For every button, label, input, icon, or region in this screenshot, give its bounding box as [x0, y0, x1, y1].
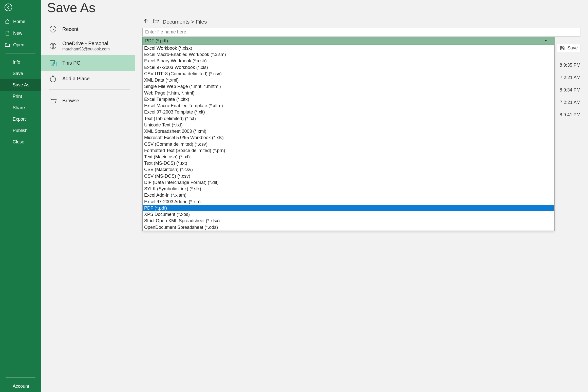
file-date: 8 9:41 PM: [560, 112, 580, 118]
location-add-place-label: Add a Place: [62, 76, 90, 82]
filetype-option[interactable]: Excel Macro-Enabled Template (*.xltm): [143, 103, 554, 109]
nav-open-label: Open: [13, 42, 24, 48]
svg-rect-2: [50, 61, 55, 64]
filetype-option[interactable]: Excel Workbook (*.xlsx): [143, 45, 554, 51]
file-date: 7 2:21 AM: [560, 100, 580, 105]
filetype-option[interactable]: Excel Template (*.xltx): [143, 96, 554, 103]
filetype-option[interactable]: XML Data (*.xml): [143, 77, 554, 83]
clock-icon: [49, 25, 57, 33]
location-recent-label: Recent: [62, 26, 78, 32]
location-onedrive-sub: marcham93@outlook.com: [62, 47, 110, 51]
filetype-option[interactable]: Microsoft Excel 5.0/95 Workbook (*.xls): [143, 135, 554, 141]
location-add-place[interactable]: Add a Place: [46, 71, 135, 86]
filetype-dropdown[interactable]: Excel Workbook (*.xlsx)Excel Macro-Enabl…: [142, 45, 555, 231]
filetype-option[interactable]: Excel 97-2003 Workbook (*.xls): [143, 64, 554, 71]
nav-info[interactable]: Info: [0, 57, 41, 68]
folder-open-icon: [49, 96, 57, 105]
nav-save-label: Save: [13, 71, 23, 76]
filetype-option[interactable]: CSV (MS-DOS) (*.csv): [143, 173, 554, 179]
this-pc-icon: [49, 59, 57, 67]
add-place-icon: [49, 74, 57, 83]
filetype-select-value[interactable]: PDF (*.pdf): [142, 37, 555, 45]
backstage-sidebar: Home New Open Info Save Save As Print Sh…: [0, 0, 41, 392]
location-panel: Save As Recent OneDrive - Personal march…: [41, 0, 135, 392]
nav-home[interactable]: Home: [0, 16, 41, 27]
nav-print-label: Print: [13, 94, 22, 99]
file-date: 7 2:21 AM: [560, 75, 580, 80]
filetype-option[interactable]: PDF (*.pdf): [143, 205, 554, 211]
nav-info-label: Info: [13, 60, 20, 65]
nav-account[interactable]: Account: [0, 381, 41, 392]
filetype-option[interactable]: Text (MS-DOS) (*.txt): [143, 160, 554, 166]
nav-home-label: Home: [13, 19, 25, 24]
page-title: Save As: [46, 0, 135, 21]
svg-point-4: [50, 77, 55, 82]
filetype-option[interactable]: XPS Document (*.xps): [143, 211, 554, 218]
filename-input[interactable]: [142, 28, 580, 36]
nav-export-label: Export: [13, 117, 26, 122]
filetype-option[interactable]: CSV (Comma delimited) (*.csv): [143, 141, 554, 147]
home-icon: [5, 19, 10, 24]
location-onedrive-title: OneDrive - Personal: [62, 41, 110, 46]
filetype-option[interactable]: Excel Binary Workbook (*.xlsb): [143, 58, 554, 64]
nav-print[interactable]: Print: [0, 91, 41, 102]
sidebar-divider: [6, 53, 35, 53]
up-level-button[interactable]: [142, 18, 149, 26]
new-file-icon: [5, 30, 10, 36]
filetype-option[interactable]: CSV (Macintosh) (*.csv): [143, 166, 554, 173]
open-folder-icon: [5, 42, 10, 48]
save-disk-icon: [560, 45, 565, 51]
breadcrumb-text[interactable]: Documents > Files: [163, 19, 207, 25]
back-button[interactable]: [5, 4, 12, 11]
nav-share-label: Share: [13, 105, 25, 110]
filetype-option[interactable]: Excel 97-2003 Add-in (*.xla): [143, 199, 554, 205]
location-this-pc[interactable]: This PC: [41, 55, 135, 71]
arrow-left-icon: [6, 5, 10, 9]
save-button[interactable]: Save: [557, 44, 580, 52]
filetype-option[interactable]: OpenDocument Spreadsheet (*.ods): [143, 224, 554, 231]
location-browse[interactable]: Browse: [46, 93, 135, 108]
nav-open[interactable]: Open: [0, 39, 41, 51]
chevron-down-icon: [544, 38, 547, 44]
location-this-pc-label: This PC: [62, 60, 80, 66]
filetype-option[interactable]: Excel Add-in (*.xlam): [143, 192, 554, 198]
filetype-option[interactable]: SYLK (Symbolic Link) (*.slk): [143, 186, 554, 192]
nav-share[interactable]: Share: [0, 102, 41, 114]
globe-icon: [49, 42, 57, 50]
nav-publish[interactable]: Publish: [0, 125, 41, 136]
filetype-option[interactable]: XML Spreadsheet 2003 (*.xml): [143, 128, 554, 135]
nav-close[interactable]: Close: [0, 136, 41, 148]
nav-new[interactable]: New: [0, 27, 41, 39]
location-browse-label: Browse: [62, 98, 79, 104]
nav-new-label: New: [13, 31, 22, 36]
filetype-option[interactable]: DIF (Data Interchange Format) (*.dif): [143, 179, 554, 186]
save-button-label: Save: [567, 45, 578, 51]
filetype-option[interactable]: Text (Macintosh) (*.txt): [143, 154, 554, 160]
save-main-panel: Documents > Files PDF (*.pdf) Excel Work…: [135, 0, 588, 392]
location-recent[interactable]: Recent: [46, 21, 135, 37]
filetype-select-text: PDF (*.pdf): [145, 38, 168, 44]
filetype-option[interactable]: Excel Macro-Enabled Workbook (*.xlsm): [143, 51, 554, 58]
filetype-option[interactable]: Web Page (*.htm, *.html): [143, 90, 554, 96]
filetype-option[interactable]: Text (Tab delimited) (*.txt): [143, 116, 554, 122]
file-date: 8 9:34 PM: [560, 87, 580, 93]
nav-publish-label: Publish: [13, 128, 28, 133]
filetype-option[interactable]: Unicode Text (*.txt): [143, 122, 554, 128]
sidebar-divider-bottom: [6, 377, 35, 378]
nav-export[interactable]: Export: [0, 114, 41, 125]
file-date: 8 9:35 PM: [560, 63, 580, 68]
breadcrumb-row: Documents > Files: [142, 18, 580, 26]
nav-save-as-label: Save As: [13, 82, 29, 88]
filetype-select[interactable]: PDF (*.pdf) Excel Workbook (*.xlsx)Excel…: [142, 37, 555, 45]
nav-close-label: Close: [13, 139, 24, 145]
filetype-option[interactable]: CSV UTF-8 (Comma delimited) (*.csv): [143, 71, 554, 77]
location-onedrive[interactable]: OneDrive - Personal marcham93@outlook.co…: [46, 37, 135, 55]
filetype-option[interactable]: Strict Open XML Spreadsheet (*.xlsx): [143, 218, 554, 224]
nav-save-as[interactable]: Save As: [0, 79, 41, 91]
filetype-option[interactable]: Excel 97-2003 Template (*.xlt): [143, 109, 554, 115]
nav-save[interactable]: Save: [0, 68, 41, 79]
folder-icon: [153, 18, 159, 26]
filetype-option[interactable]: Formatted Text (Space delimited) (*.prn): [143, 147, 554, 154]
nav-account-label: Account: [13, 384, 29, 389]
filetype-option[interactable]: Single File Web Page (*.mht, *.mhtml): [143, 83, 554, 90]
